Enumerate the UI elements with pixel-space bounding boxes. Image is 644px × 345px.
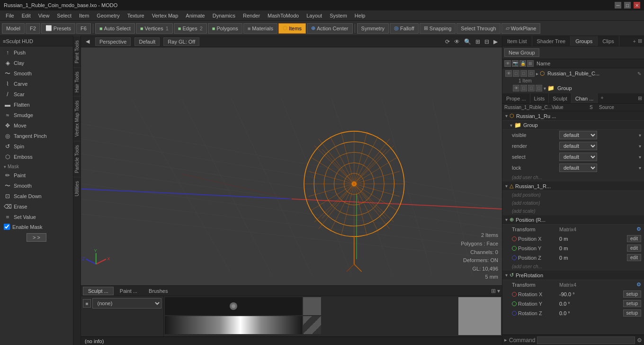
- prop-section-position[interactable]: ▾ ⊕ Position (R...: [502, 215, 644, 225]
- group-vis-eye[interactable]: 👁: [513, 85, 519, 91]
- prop-section-root[interactable]: ▾ ⬡ Russian_1_Ru ...: [502, 111, 644, 121]
- pre-transform-settings-icon[interactable]: ⚙: [636, 281, 641, 288]
- menu-edit[interactable]: Edit: [18, 12, 35, 19]
- vertices-button[interactable]: ■ Vertices 1: [136, 23, 173, 34]
- f2-button[interactable]: F2: [26, 23, 40, 34]
- side-tab-hair-tools[interactable]: Hair Tools: [73, 67, 80, 96]
- enable-mask-item[interactable]: Enable Mask: [0, 222, 73, 231]
- viewport-tool-2[interactable]: 👁: [453, 37, 461, 46]
- tool-erase[interactable]: ⌫ Erase: [0, 201, 73, 212]
- tool-paint[interactable]: ✏ Paint: [0, 170, 73, 181]
- tool-move[interactable]: ✥ Move: [0, 120, 73, 131]
- ray-gl-label[interactable]: Ray GL: Off: [163, 37, 199, 46]
- select-dropdown[interactable]: default: [559, 153, 597, 161]
- menu-animate[interactable]: Animate: [182, 12, 208, 19]
- f6-button[interactable]: F6: [76, 23, 91, 34]
- default-label[interactable]: Default: [134, 37, 160, 46]
- menu-layout[interactable]: Layout: [303, 12, 326, 19]
- menu-render[interactable]: Render: [239, 12, 264, 19]
- bottom-tab-paint[interactable]: Paint ...: [115, 287, 143, 295]
- tool-spin[interactable]: ↺ Spin: [0, 141, 73, 152]
- maximize-button[interactable]: □: [624, 2, 631, 9]
- side-tab-utilities[interactable]: Utilities: [73, 177, 80, 200]
- prop-row-group-header[interactable]: ▾ 📁 Group: [502, 121, 644, 130]
- preset-thumb-small-1[interactable]: [303, 297, 321, 315]
- prop-tab-add[interactable]: +: [598, 93, 606, 103]
- tool-emboss[interactable]: ⬡ Emboss: [0, 152, 73, 162]
- bottom-panel-expand[interactable]: ⊞ ▾: [491, 288, 500, 294]
- viewport-tool-1[interactable]: ⟳: [444, 37, 451, 46]
- right-tab-clips[interactable]: Clips: [598, 36, 619, 46]
- items-button[interactable]: ⬡ Items: [278, 23, 306, 34]
- tool-tangent-pinch[interactable]: ◎ Tangent Pinch: [0, 131, 73, 141]
- root-vis-4[interactable]: □: [528, 70, 535, 77]
- setup-rot-y[interactable]: setup: [623, 300, 641, 307]
- group-expand[interactable]: ▾: [544, 86, 546, 91]
- group-vis-3[interactable]: □: [528, 85, 535, 91]
- minimize-button[interactable]: ─: [615, 2, 621, 9]
- action-center-button[interactable]: ⊕ Action Center: [307, 23, 353, 34]
- menu-file[interactable]: File: [2, 12, 18, 19]
- model-button[interactable]: Model: [2, 23, 25, 34]
- preset-thumb-small-2[interactable]: [303, 316, 321, 334]
- right-tab-add[interactable]: +: [633, 38, 636, 44]
- close-button[interactable]: ✕: [634, 2, 640, 9]
- materials-button[interactable]: ■ Materials: [243, 23, 277, 34]
- cmd-gear-icon[interactable]: ⚙: [637, 337, 642, 344]
- preset-dropdown[interactable]: (none): [92, 298, 161, 309]
- symmetry-button[interactable]: Symmetry: [357, 23, 389, 34]
- tool-clay[interactable]: ◈ Clay: [0, 58, 73, 68]
- tool-smudge[interactable]: ≈ Smudge: [0, 110, 73, 120]
- viewport-tool-5[interactable]: ⊟: [483, 37, 491, 46]
- root-expand[interactable]: ▸: [536, 71, 538, 76]
- falloff-button[interactable]: ◎ Falloff: [390, 23, 419, 34]
- vis-render-btn[interactable]: 📷: [512, 60, 519, 67]
- vis-eye-btn[interactable]: 👁: [504, 60, 511, 67]
- vis-extra-btn[interactable]: ⊞: [527, 60, 534, 67]
- menu-texture[interactable]: Texture: [124, 12, 148, 19]
- viewport-prev-btn[interactable]: ◀: [84, 37, 91, 45]
- bottom-tab-brushes[interactable]: Brushes: [143, 287, 173, 295]
- tool-flatten[interactable]: ▬ Flatten: [0, 100, 73, 110]
- presets-button[interactable]: ⬜ Presets: [41, 23, 75, 34]
- prop-section-prerotation[interactable]: ▾ ↺ PreRotation: [502, 271, 644, 280]
- tool-push[interactable]: ↑ Push: [0, 47, 73, 58]
- edit-pos-y[interactable]: edit: [627, 245, 641, 252]
- 3d-viewport[interactable]: X Z Y 2 Items Polygons : Face Channels: …: [81, 47, 502, 285]
- auto-select-button[interactable]: ■ Auto Select: [95, 23, 135, 34]
- side-tab-particle[interactable]: Particle Tools: [73, 141, 80, 177]
- prop-tab-channels[interactable]: Chan ...: [572, 93, 598, 103]
- extra-thumb[interactable]: [458, 297, 501, 335]
- preset-color-swatch[interactable]: ■: [83, 299, 91, 308]
- group-vis-render[interactable]: □: [520, 85, 527, 91]
- menu-help[interactable]: Help: [351, 12, 369, 19]
- edges-button[interactable]: ■ Edges 2: [174, 23, 207, 34]
- render-dropdown[interactable]: default: [559, 142, 597, 150]
- menu-select[interactable]: Select: [53, 12, 75, 19]
- menu-item[interactable]: Item: [75, 12, 93, 19]
- menu-system[interactable]: System: [326, 12, 351, 19]
- root-vis-eye[interactable]: 👁: [505, 70, 512, 77]
- new-group-button[interactable]: New Group: [504, 48, 539, 57]
- tool-smooth[interactable]: 〜 Smooth: [0, 68, 73, 79]
- viewport-tool-4[interactable]: ⊞: [474, 37, 482, 46]
- menu-geometry[interactable]: Geometry: [93, 12, 123, 19]
- perspective-label[interactable]: Perspective: [95, 37, 131, 46]
- polygons-button[interactable]: ■ Polygons: [208, 23, 242, 34]
- tool-set-value[interactable]: = Set Value: [0, 212, 73, 222]
- select-through-button[interactable]: Select Through: [456, 23, 500, 34]
- lock-dropdown[interactable]: default: [559, 163, 597, 172]
- tool-carve[interactable]: ⌇ Carve: [0, 79, 73, 89]
- viewport-tool-3[interactable]: 🔍: [463, 37, 473, 46]
- menu-view[interactable]: View: [35, 12, 54, 19]
- tool-smooth-mask[interactable]: 〜 Smooth: [0, 181, 73, 191]
- group-vis-4[interactable]: □: [536, 85, 542, 91]
- prop-section-mesh[interactable]: ▾ △ Russian_1_R...: [502, 182, 644, 191]
- preset-thumb-gradient[interactable]: [165, 316, 302, 334]
- enable-mask-checkbox[interactable]: [4, 224, 10, 230]
- transform-settings-icon[interactable]: ⚙: [636, 226, 641, 232]
- setup-rot-x[interactable]: setup: [623, 291, 641, 298]
- menu-mashmode[interactable]: MashToModo: [264, 12, 303, 19]
- setup-rot-z[interactable]: setup: [623, 309, 641, 317]
- right-tab-expand[interactable]: ⊞: [638, 38, 642, 44]
